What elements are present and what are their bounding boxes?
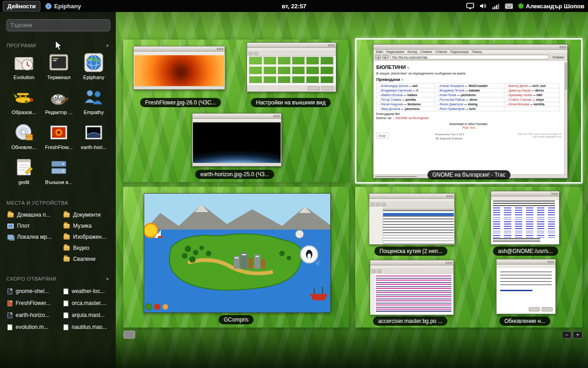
app-item-gcompris[interactable]: Образов... <box>6 87 41 119</box>
translator-link[interactable]: →Филип Димитров <box>436 103 463 106</box>
dialog-buttons <box>247 85 336 92</box>
gcompris-window[interactable] <box>144 193 331 313</box>
translator-link[interactable]: →Красимир Чонов <box>506 93 532 97</box>
user-menu[interactable]: Александър Шопов <box>519 3 584 10</box>
app-item-gedit[interactable]: gedit <box>6 157 41 189</box>
epiphany-browser-window[interactable]: Файл Редактиране Изглед Отиване Отметки … <box>373 44 568 178</box>
network-icon <box>7 235 14 240</box>
search-input[interactable] <box>6 19 110 31</box>
translator-link[interactable]: →Александър Шопов <box>378 84 408 87</box>
app-menu[interactable]: Epiphany <box>45 3 81 10</box>
terminal-window[interactable] <box>491 191 560 245</box>
app-item-external-drives[interactable]: Външни в... <box>41 157 76 189</box>
translator-link[interactable]: →Илия Пенев <box>436 93 456 97</box>
app-item-terminal[interactable]: Терминал <box>41 52 76 84</box>
translator-link[interactable]: →Виктор Дачев <box>506 84 528 87</box>
translator-link[interactable]: →Ивайло Вълков <box>378 93 402 97</box>
menu-bookmarks[interactable]: Отметки <box>435 50 447 53</box>
translator-row: →Владимира Гиргинова — ii→Владимир Петко… <box>377 88 560 93</box>
workspace-thumbnail-3[interactable]: GCompris <box>123 187 349 328</box>
back-button[interactable]: ◂ <box>375 55 381 59</box>
app-item-gimp[interactable]: Редактор ... <box>41 87 76 119</box>
programs-expand-arrow[interactable]: ▸ <box>107 42 109 48</box>
place-item-downloads[interactable]: Свалени <box>63 253 116 264</box>
gedit-po-window[interactable] <box>370 260 454 315</box>
translator-link[interactable]: →Владимира Гиргинова <box>378 89 412 92</box>
menu-file[interactable]: Файл <box>376 50 383 53</box>
epiphany-globe-icon <box>45 3 52 10</box>
translator-cell: →Петър Славов — peshka <box>377 98 435 102</box>
translator-link[interactable]: →Ясен Праматаров <box>436 107 464 110</box>
update-manager-window[interactable] <box>496 259 556 314</box>
app-item-software-update[interactable]: Обновле... <box>6 122 41 154</box>
place-item-music[interactable]: Музика <box>63 220 116 231</box>
translator-cell: →Димитър Киров — dkirov <box>504 88 560 93</box>
place-item-desktop[interactable]: Плот <box>7 220 60 231</box>
recent-item[interactable]: orca.master.... <box>63 297 116 309</box>
plain-text-link[interactable]: Plain Text <box>376 126 561 129</box>
recent-expand-arrow[interactable]: ▸ <box>107 276 109 282</box>
place-item-documents[interactable]: Документи <box>63 209 116 220</box>
translator-link[interactable]: →Димитър Киров <box>506 89 530 92</box>
translator-link[interactable]: →Петър Славов <box>378 98 401 101</box>
place-item-network[interactable]: Локална мр... <box>7 231 60 242</box>
selected-message-row <box>383 213 454 216</box>
display-icon[interactable] <box>466 3 474 10</box>
app-item-epiphany[interactable]: Epiphany <box>76 52 111 84</box>
volume-icon[interactable] <box>480 3 487 9</box>
recent-label: earth-horizo... <box>16 312 50 318</box>
menu-go[interactable]: Отиване <box>420 50 432 53</box>
menu-edit[interactable]: Редактиране <box>386 50 404 53</box>
workspace-indicator[interactable] <box>124 331 135 339</box>
window-title-pill: GNOME на български! - Trac <box>427 170 510 179</box>
recent-item[interactable]: evolution.m... <box>7 321 60 333</box>
zoom-out-button[interactable]: − <box>562 331 571 339</box>
recent-item[interactable]: weather-loc... <box>63 285 116 297</box>
activities-button[interactable]: Дейности <box>3 1 40 12</box>
workspace-thumbnail-2[interactable]: Файл Редактиране Изглед Отиване Отметки … <box>355 38 582 184</box>
workspace-thumbnail-4[interactable]: Пощенска кутия (2 неп... ash@GNOME:/usr/… <box>355 187 582 328</box>
translator-link[interactable]: →Филип Андонов <box>378 103 403 106</box>
pilcrow-anchor[interactable]: ¶ <box>401 78 403 82</box>
app-item-empathy[interactable]: Empathy <box>76 87 111 119</box>
place-item-videos[interactable]: Видео <box>63 242 116 253</box>
menu-tabs[interactable]: Подпрозорци <box>450 50 469 53</box>
scrollbar[interactable] <box>564 62 567 174</box>
zoom-in-button[interactable]: + <box>573 331 582 339</box>
network-signal-icon[interactable] <box>492 3 499 9</box>
menu-help[interactable]: Помощ <box>472 50 482 53</box>
forward-button[interactable]: ▸ <box>383 55 388 59</box>
translator-link[interactable]: →Атанас Кошарков <box>436 84 464 87</box>
app-label: Външни в... <box>45 179 72 185</box>
window-titlebar <box>369 194 454 199</box>
workspace-thumbnail-1[interactable]: FreshFlower.jpg-26.0 (ЧЗС... Настройки н… <box>123 40 349 182</box>
clock[interactable]: вт, 22:57 <box>282 3 306 10</box>
menu-view[interactable]: Изглед <box>407 50 417 53</box>
recent-label: FreshFlower... <box>16 300 51 306</box>
translator-link[interactable]: →Юлия Велкова <box>506 103 529 106</box>
app-item-earth-horizon[interactable]: earth-hori... <box>76 122 111 154</box>
recent-item[interactable]: anjuta.mast... <box>63 309 116 321</box>
place-item-home[interactable]: Домашна п... <box>7 209 60 220</box>
appearance-window[interactable] <box>247 42 336 92</box>
freshflower-window[interactable] <box>133 46 225 90</box>
app-item-evolution[interactable]: Evolution <box>6 52 41 84</box>
go-button[interactable]: Отиване <box>551 56 565 59</box>
workspace-zoom-controls: − + <box>562 331 582 339</box>
translator-link[interactable]: →Владимир Петков <box>436 89 464 92</box>
earth-window[interactable] <box>192 113 282 167</box>
translator-link[interactable]: →Ростислав Райков <box>436 98 464 101</box>
evolution-mail-window[interactable] <box>369 193 455 245</box>
team-link[interactable]: →GNOME на български! <box>392 116 429 120</box>
recent-item[interactable]: nautilus.mas... <box>63 321 116 333</box>
keyboard-icon[interactable] <box>505 3 513 9</box>
translator-link[interactable]: →Стойчо Станчев <box>506 98 531 101</box>
pilcrow-anchor[interactable]: ¶ <box>407 66 409 70</box>
recent-item[interactable]: FreshFlower... <box>7 297 60 309</box>
recent-item[interactable]: earth-horizo... <box>7 309 60 321</box>
translator-link[interactable]: →Явор Доганов <box>378 107 400 110</box>
app-item-freshflower[interactable]: FreshFlow... <box>41 122 76 154</box>
address-bar[interactable]: http://fsa-bg.org/project/gtp <box>390 55 549 59</box>
recent-item[interactable]: gnome-shel... <box>7 285 60 297</box>
place-item-pictures[interactable]: Изображен... <box>63 231 116 242</box>
